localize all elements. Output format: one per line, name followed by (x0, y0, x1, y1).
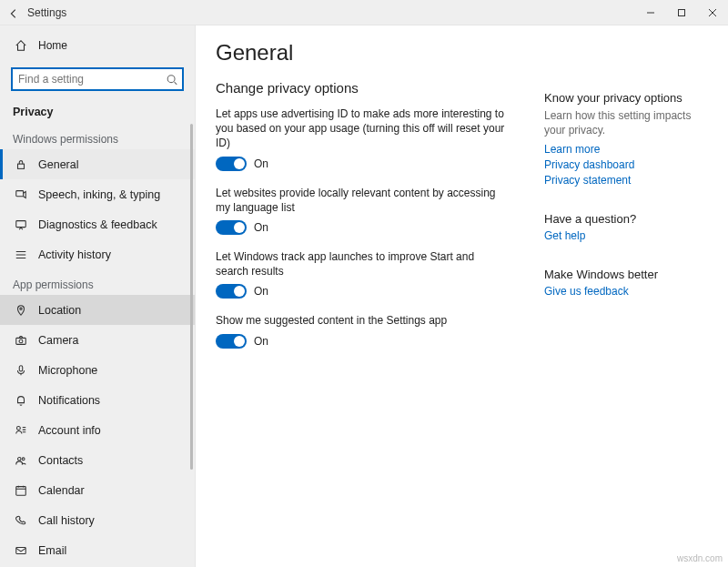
camera-icon (13, 333, 29, 347)
back-button[interactable] (0, 5, 27, 19)
svg-rect-13 (16, 338, 26, 344)
page-subhead: Change privacy options (216, 80, 544, 96)
sidebar-item-label: Speech, inking, & typing (38, 188, 160, 201)
svg-rect-15 (19, 366, 23, 371)
setting-desc: Show me suggested content in the Setting… (216, 313, 507, 328)
svg-rect-8 (16, 220, 26, 227)
sidebar-item-label: Activity history (38, 248, 111, 261)
sidebar-section-title: Privacy (0, 100, 195, 124)
contacts-icon (13, 453, 29, 467)
search-icon (166, 73, 178, 86)
link-privacy-dashboard[interactable]: Privacy dashboard (544, 158, 708, 171)
setting-advertising-id: Let apps use advertising ID to make ads … (216, 106, 507, 171)
setting-suggested-content: Show me suggested content in the Setting… (216, 313, 507, 348)
svg-rect-7 (16, 190, 24, 196)
link-get-help[interactable]: Get help (544, 229, 708, 242)
sidebar-item-contacts[interactable]: Contacts (0, 445, 195, 475)
sidebar-item-label: Notifications (38, 394, 100, 407)
sidebar-item-activity[interactable]: Activity history (0, 239, 195, 269)
bell-icon (13, 393, 29, 407)
sidebar-item-label: Call history (38, 514, 95, 527)
link-privacy-statement[interactable]: Privacy statement (544, 174, 708, 187)
svg-rect-23 (16, 547, 26, 553)
sidebar: Home Privacy Windows permissions General (0, 25, 196, 567)
toggle-state: On (254, 285, 268, 298)
calendar-icon (13, 483, 29, 497)
toggle-app-launches[interactable] (216, 284, 247, 299)
sidebar-item-label: Camera (38, 334, 78, 347)
sidebar-home[interactable]: Home (0, 31, 195, 60)
minimize-button[interactable] (635, 0, 666, 25)
toggle-state: On (254, 157, 268, 170)
svg-point-14 (19, 339, 23, 343)
sidebar-group-app: App permissions (0, 269, 195, 295)
search-input[interactable] (11, 67, 184, 91)
watermark: wsxdn.com (677, 553, 723, 563)
sidebar-item-microphone[interactable]: Microphone (0, 355, 195, 385)
maximize-button[interactable] (666, 0, 697, 25)
close-button[interactable] (697, 0, 728, 25)
sidebar-item-account[interactable]: Account info (0, 415, 195, 445)
setting-desc: Let websites provide locally relevant co… (216, 186, 507, 215)
toggle-advertising-id[interactable] (216, 157, 247, 171)
main-area: General Change privacy options Let apps … (196, 25, 728, 567)
sidebar-item-calendar[interactable]: Calendar (0, 475, 195, 505)
sidebar-home-label: Home (38, 39, 67, 52)
activity-icon (13, 248, 29, 261)
location-icon (13, 303, 29, 317)
home-icon (13, 39, 29, 53)
toggle-suggested-content[interactable] (216, 334, 247, 349)
sidebar-item-notifications[interactable]: Notifications (0, 385, 195, 415)
toggle-state: On (254, 221, 268, 234)
lock-icon (13, 157, 29, 171)
svg-point-12 (20, 308, 22, 309)
info-head-better: Make Windows better (544, 268, 708, 281)
sidebar-item-label: Diagnostics & feedback (38, 218, 157, 231)
sidebar-item-label: Account info (38, 424, 101, 437)
sidebar-item-diagnostics[interactable]: Diagnostics & feedback (0, 209, 195, 239)
setting-desc: Let apps use advertising ID to make ads … (216, 106, 507, 151)
info-head-know: Know your privacy options (544, 91, 708, 105)
setting-desc: Let Windows track app launches to improv… (216, 249, 507, 278)
microphone-icon (13, 363, 29, 377)
window-title: Settings (27, 6, 66, 19)
feedback-icon (13, 218, 29, 231)
svg-rect-19 (16, 486, 26, 495)
title-bar: Settings (0, 0, 728, 25)
svg-line-5 (175, 82, 177, 85)
sidebar-item-label: Microphone (38, 364, 97, 377)
link-feedback[interactable]: Give us feedback (544, 285, 708, 298)
info-head-question: Have a question? (544, 212, 708, 226)
sidebar-scrollbar[interactable] (190, 124, 193, 470)
info-pane: Know your privacy options Learn how this… (544, 38, 708, 567)
link-learn-more[interactable]: Learn more (544, 143, 708, 156)
toggle-state: On (254, 335, 268, 348)
svg-point-16 (16, 426, 20, 430)
sidebar-item-call-history[interactable]: Call history (0, 505, 195, 535)
email-icon (13, 543, 29, 557)
svg-point-17 (18, 457, 22, 461)
sidebar-item-camera[interactable]: Camera (0, 325, 195, 355)
page-title: General (216, 40, 544, 66)
sidebar-item-label: Contacts (38, 454, 83, 467)
sidebar-group-windows: Windows permissions (0, 124, 195, 149)
info-sub-know: Learn how this setting impacts your priv… (544, 108, 708, 137)
svg-point-18 (22, 458, 25, 461)
svg-rect-1 (679, 9, 685, 15)
toggle-language-list[interactable] (216, 220, 247, 235)
sidebar-item-label: Location (38, 304, 81, 317)
sidebar-item-label: Email (38, 544, 66, 557)
sidebar-item-email[interactable]: Email (0, 535, 195, 565)
sidebar-item-general[interactable]: General (0, 149, 195, 179)
sidebar-item-location[interactable]: Location (0, 295, 195, 325)
svg-rect-6 (18, 164, 25, 168)
search-container (11, 67, 184, 91)
svg-point-4 (167, 76, 175, 83)
sidebar-item-label: General (38, 158, 78, 171)
sidebar-item-speech[interactable]: Speech, inking, & typing (0, 179, 195, 209)
account-icon (13, 423, 29, 437)
setting-app-launches: Let Windows track app launches to improv… (216, 249, 507, 299)
speech-icon (13, 187, 29, 201)
sidebar-item-label: Calendar (38, 484, 85, 497)
phone-icon (13, 513, 29, 527)
